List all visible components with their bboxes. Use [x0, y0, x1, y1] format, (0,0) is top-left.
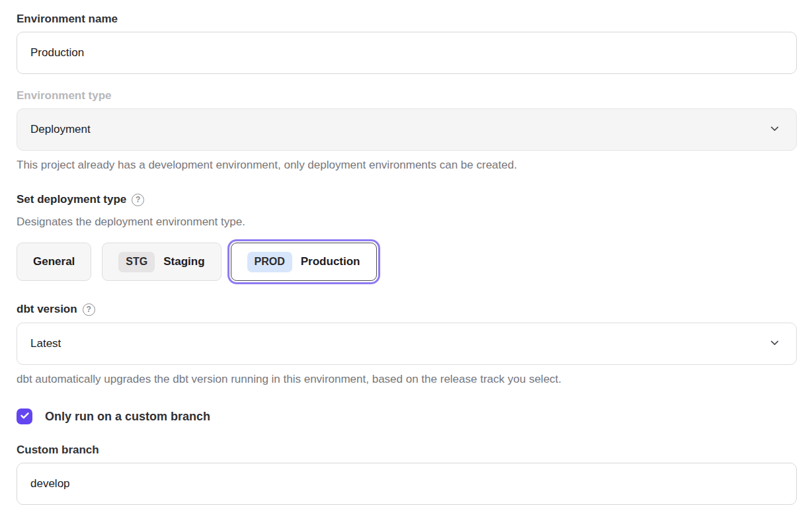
- dbt-version-select[interactable]: Latest: [17, 323, 797, 365]
- deployment-type-options: General STG Staging PROD Production: [17, 239, 797, 284]
- selected-option-ring: PROD Production: [227, 239, 380, 284]
- custom-branch-label: Custom branch: [17, 443, 797, 457]
- custom-branch-toggle-row: Only run on a custom branch: [17, 408, 797, 424]
- dbt-version-field: dbt version ? Latest dbt automatically u…: [17, 302, 797, 387]
- environment-name-label: Environment name: [17, 12, 797, 26]
- production-badge: PROD: [247, 252, 292, 272]
- deployment-type-section: Set deployment type ? Designates the dep…: [17, 192, 797, 284]
- dbt-version-value: Latest: [30, 337, 61, 350]
- custom-branch-checkbox[interactable]: [17, 408, 32, 424]
- environment-type-helper: This project already has a development e…: [17, 158, 797, 173]
- deployment-type-heading: Set deployment type ?: [17, 192, 797, 207]
- environment-type-field: Environment type Deployment This project…: [17, 89, 797, 173]
- help-icon[interactable]: ?: [83, 303, 95, 316]
- chevron-down-icon: [769, 123, 780, 137]
- environment-name-input[interactable]: [17, 32, 797, 74]
- check-icon: [19, 410, 30, 424]
- environment-type-select[interactable]: Deployment: [17, 108, 797, 151]
- chevron-down-icon: [769, 337, 780, 351]
- dbt-version-helper: dbt automatically upgrades the dbt versi…: [17, 372, 797, 387]
- custom-branch-field: Custom branch: [17, 443, 797, 505]
- deployment-type-staging-button[interactable]: STG Staging: [102, 243, 221, 281]
- dbt-version-heading: dbt version ?: [17, 302, 797, 317]
- production-button-label: Production: [301, 255, 360, 268]
- deployment-type-production-button[interactable]: PROD Production: [231, 243, 377, 281]
- environment-settings-form: Environment name Environment type Deploy…: [0, 0, 812, 505]
- deployment-type-helper: Designates the deployment environment ty…: [17, 215, 797, 229]
- help-icon[interactable]: ?: [132, 194, 144, 206]
- environment-name-field: Environment name: [17, 12, 797, 74]
- custom-branch-input[interactable]: [17, 463, 797, 505]
- staging-badge: STG: [118, 252, 155, 272]
- general-button-label: General: [33, 255, 75, 268]
- deployment-type-general-button[interactable]: General: [17, 243, 91, 281]
- custom-branch-toggle-label: Only run on a custom branch: [45, 410, 210, 424]
- environment-type-value: Deployment: [30, 123, 91, 136]
- staging-button-label: Staging: [163, 255, 204, 268]
- dbt-version-heading-text: dbt version: [17, 302, 77, 317]
- environment-type-label: Environment type: [17, 89, 797, 103]
- deployment-type-heading-text: Set deployment type: [17, 192, 126, 207]
